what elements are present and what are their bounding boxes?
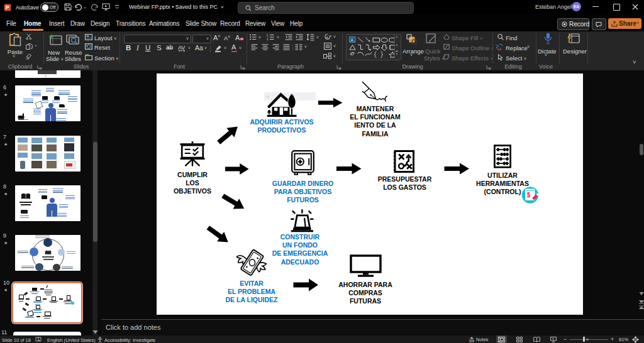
- svg-text:P: P: [6, 4, 9, 11]
- svg-text:2: 2: [267, 38, 269, 40]
- svg-text:AV: AV: [178, 45, 185, 51]
- svg-text:b: b: [496, 44, 499, 48]
- svg-text:A: A: [351, 38, 354, 42]
- svg-text:$: $: [527, 192, 531, 199]
- svg-text:c: c: [500, 46, 502, 51]
- svg-text:A: A: [326, 36, 328, 40]
- svg-text:1: 1: [267, 34, 269, 37]
